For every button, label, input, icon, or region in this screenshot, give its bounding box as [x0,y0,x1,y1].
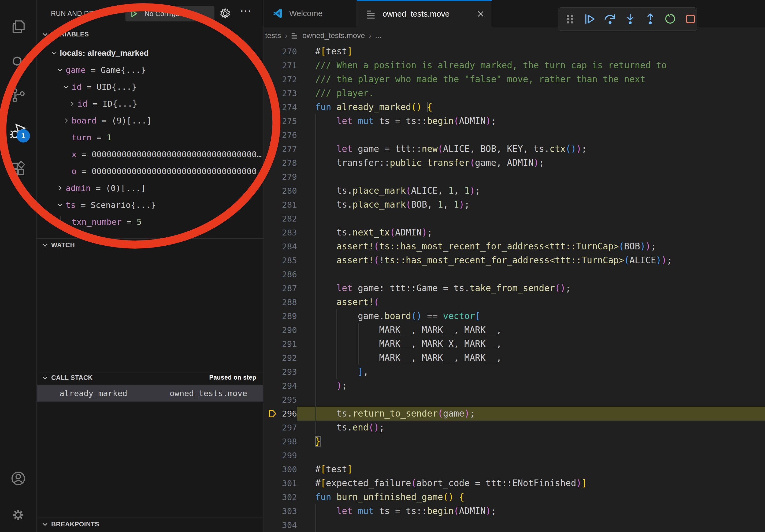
variable-value: 5 [137,217,142,227]
continue-button[interactable] [583,13,596,25]
code-line[interactable]: 299 [264,448,765,462]
code-line[interactable]: 296 ts.return_to_sender(game); [264,406,765,420]
code-line[interactable]: 285 assert!(!ts::has_most_recent_for_add… [264,253,765,267]
breakpoints-section-label: BREAKPOINTS [51,520,99,528]
chevron-right-icon [57,184,64,191]
variable-value: 1 [107,133,112,142]
code-line[interactable]: 283 ts.next_tx(ADMIN); [264,226,765,239]
chevron-down-icon [62,83,69,90]
code-line[interactable]: 304 [264,518,765,532]
code-line[interactable]: 278 transfer::public_transfer(game, ADMI… [264,156,765,170]
variables-tree-item[interactable]: o = 000000000000000000000000000000000. [37,162,263,179]
code-line[interactable]: 274fun already_marked() { [264,100,765,114]
variables-tree-item[interactable]: ts = Scenario{...} [37,196,263,213]
toolbar-drag-grip[interactable] [563,13,576,25]
equals-sign: = [82,82,97,92]
code-line[interactable]: 291 MARK__, MARK_X, MARK__, [264,337,765,351]
variable-value: UID{...} [97,82,136,92]
call-stack-frame[interactable]: already_marked owned_tests.move [37,385,263,401]
variable-value: 000000000000000000000000000000000… [92,149,262,159]
variables-tree-item[interactable]: id = ID{...} [37,95,263,112]
views-more-actions-icon[interactable]: ··· [241,6,252,16]
search-icon[interactable] [10,55,26,71]
code-line[interactable]: 287 let game: ttt::Game = ts.take_from_s… [264,281,765,295]
variables-tree-item[interactable]: locals: already_marked [37,45,263,61]
step-out-button[interactable] [644,13,657,25]
tab-welcome-label: Welcome [289,9,323,18]
code-line[interactable]: 298} [264,434,765,448]
variable-name: board [72,116,97,126]
debug-settings-gear-icon[interactable] [218,6,232,21]
code-line[interactable]: 289 game.board() == vector[ [264,309,765,323]
code-line[interactable]: 297 ts.end(); [264,420,765,434]
stop-button[interactable] [684,13,697,25]
sidebar-title: RUN AND DEBUG [51,0,109,27]
code-line[interactable]: 293 ], [264,365,765,379]
equals-sign: = [86,65,101,75]
launch-config-dropdown[interactable]: No Configur [125,6,215,21]
step-into-button[interactable] [624,13,637,25]
code-line[interactable]: 280 ts.place_mark(ALICE, 1, 1); [264,184,765,198]
code-line[interactable]: 279 [264,170,765,184]
code-line[interactable]: 284 assert!(ts::has_most_recent_for_addr… [264,239,765,253]
chevron-right-icon [68,100,75,107]
code-line[interactable]: 295 [264,393,765,406]
code-line[interactable]: 290 MARK__, MARK__, MARK__, [264,323,765,337]
code-line[interactable]: 301#[expected_failure(abort_code = ttt::… [264,476,765,490]
code-line[interactable]: 292 MARK__, MARK__, MARK__, [264,351,765,365]
breadcrumb-item-symbol[interactable]: ... [375,31,382,40]
variable-name: id [77,99,87,109]
source-control-icon[interactable] [10,87,26,103]
code-line[interactable]: 273/// player. [264,86,765,100]
step-over-button[interactable] [604,13,616,25]
code-line[interactable]: 277 let game = ttt::new(ALICE, BOB, KEY,… [264,142,765,156]
code-line[interactable]: 276 [264,128,765,142]
code-line[interactable]: 270#[test] [264,45,765,58]
variable-name: o [72,166,77,176]
code-line[interactable]: 288 assert!( [264,295,765,309]
breadcrumb-item-file[interactable]: owned_tests.move [302,31,365,40]
variables-tree-item[interactable]: admin = (0)[...] [37,179,263,196]
scope-label: locals: already_marked [60,49,149,58]
tab-welcome[interactable]: Welcome [264,0,357,27]
variables-section-header[interactable]: VARIABLES [37,28,263,41]
equals-sign: = [92,133,107,142]
equals-sign: = [97,116,112,126]
restart-button[interactable] [664,13,677,25]
code-line[interactable]: 275 let mut ts = ts::begin(ADMIN); [264,114,765,128]
chevron-down-icon [57,67,64,73]
close-icon[interactable] [476,10,485,18]
activity-bar: 1 [0,0,37,532]
tab-owned-tests-label: owned_tests.move [382,9,449,19]
equals-sign: = [122,217,137,227]
chevron-down-icon [57,201,64,208]
variables-tree-item[interactable]: txn_number = 5 [37,213,263,230]
explorer-icon[interactable] [10,19,26,35]
code-lines[interactable]: 270#[test]271/// When a position is alre… [264,45,765,532]
settings-gear-icon[interactable] [10,507,26,523]
code-line[interactable]: 281 ts.place_mark(BOB, 1, 1); [264,198,765,212]
code-line[interactable]: 286 [264,267,765,281]
code-line[interactable]: 302fun burn_unfinished_game() { [264,490,765,504]
tab-owned-tests-move[interactable]: owned_tests.move [357,0,492,27]
paused-status-badge: Paused on step [209,374,256,381]
variables-tree-item[interactable]: game = Game{...} [37,61,263,78]
account-icon[interactable] [10,470,26,486]
breakpoints-section-header[interactable]: BREAKPOINTS [37,518,263,530]
variable-name: x [72,149,77,159]
code-line[interactable]: 294 ); [264,379,765,393]
breadcrumb-item-tests[interactable]: tests [265,31,281,40]
code-line[interactable]: 300#[test] [264,462,765,476]
variables-tree-item[interactable]: board = (9)[...] [37,112,263,129]
code-line[interactable]: 303 let mut ts = ts::begin(ADMIN); [264,504,765,518]
extensions-icon[interactable] [10,161,26,177]
call-stack-section-header[interactable]: CALL STACK Paused on step [37,371,263,384]
move-file-icon [366,9,377,19]
watch-section-header[interactable]: WATCH [37,238,263,251]
code-line[interactable]: 282 [264,212,765,226]
variables-tree-item[interactable]: turn = 1 [37,129,263,146]
variables-tree-item[interactable]: x = 000000000000000000000000000000000… [37,146,263,162]
variables-tree-item[interactable]: id = UID{...} [37,78,263,95]
code-line[interactable]: 272/// the player who made the "false" m… [264,72,765,86]
code-line[interactable]: 271/// When a position is already marked… [264,58,765,72]
